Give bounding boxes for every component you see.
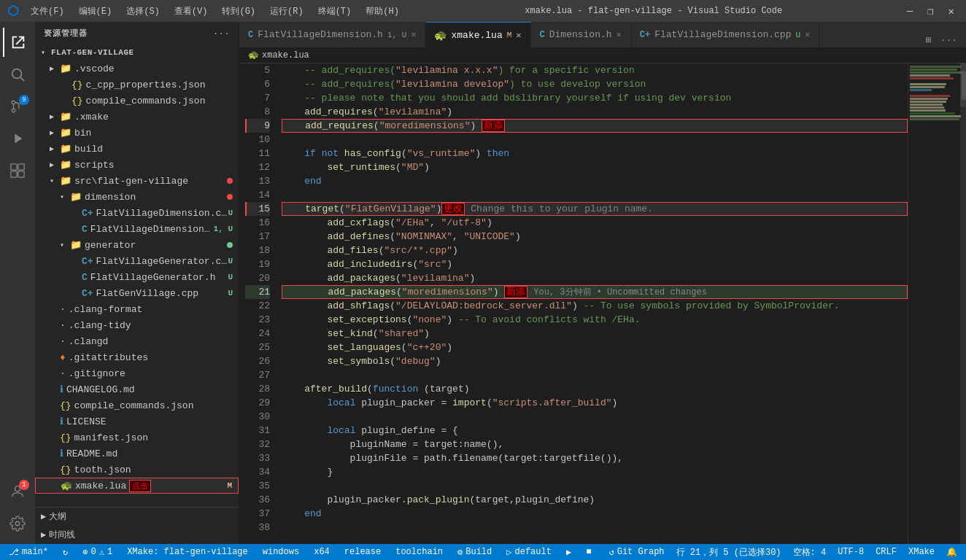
sidebar-item-cpp-props[interactable]: ▶ {} c_cpp_properties.json	[35, 77, 239, 93]
menu-run[interactable]: 运行(R)	[264, 2, 309, 20]
status-language[interactable]: XMake	[905, 547, 938, 557]
status-stop[interactable]: ■	[583, 547, 594, 557]
sidebar-item-scripts[interactable]: ▶ 📁 scripts	[35, 157, 239, 173]
fvg-h-label: FlatVillageGenerator.h	[90, 272, 216, 283]
tab3-close[interactable]: ✕	[617, 29, 622, 40]
branch-icon: ⎇	[9, 547, 19, 558]
sidebar-item-changelog[interactable]: ▶ ℹ CHANGELOG.md	[35, 381, 239, 397]
status-branch[interactable]: ⎇ main*	[6, 547, 51, 558]
tab-split-icon[interactable]: ⊞	[923, 33, 935, 47]
activity-accounts[interactable]: 1	[3, 477, 32, 506]
status-build[interactable]: ⚙ Build	[455, 547, 495, 558]
code-content[interactable]: -- add_requires("levilamina x.x.x") for …	[276, 63, 908, 544]
status-cursor[interactable]: 行 21，列 5 (已选择30)	[673, 546, 784, 559]
sidebar-item-compile-root[interactable]: ▶ {} compile_commands.json	[35, 397, 239, 413]
sidebar-item-src[interactable]: ▾ 📁 src\flat-gen-village	[35, 173, 239, 189]
xmake-lua-icon: 🐢	[61, 480, 72, 491]
sidebar-item-fvd-h[interactable]: ▶ C FlatVillageDimension.h 1, U	[35, 221, 239, 237]
rm-icon: ℹ	[60, 448, 63, 459]
status-encoding[interactable]: UTF-8	[835, 547, 867, 557]
status-sync[interactable]: ↻	[60, 547, 71, 558]
sidebar-item-fgv-cpp[interactable]: ▶ C+ FlatGenVillage.cpp U	[35, 285, 239, 301]
activity-git[interactable]: 9	[3, 92, 32, 121]
status-arch[interactable]: x64	[311, 547, 333, 557]
status-run[interactable]: ▶	[563, 547, 574, 558]
status-line-ending[interactable]: CRLF	[873, 547, 900, 557]
activity-search[interactable]	[3, 60, 32, 89]
sidebar-item-dimension[interactable]: ▾ 📁 dimension	[35, 189, 239, 205]
activity-explorer[interactable]	[3, 28, 32, 57]
menu-help[interactable]: 帮助(H)	[360, 2, 405, 20]
status-os[interactable]: windows	[260, 547, 302, 557]
sidebar-item-clangd[interactable]: ▶ · .clangd	[35, 333, 239, 349]
tab4-close[interactable]: ✕	[805, 29, 810, 40]
sidebar-item-bin[interactable]: ▶ 📁 bin	[35, 125, 239, 141]
activity-run[interactable]	[3, 124, 32, 153]
status-build-default[interactable]: ▷ default	[503, 547, 555, 558]
sidebar-item-manifest[interactable]: ▶ {} manifest.json	[35, 429, 239, 446]
code-line-35	[282, 479, 908, 493]
activity-extensions[interactable]	[3, 156, 32, 185]
tab-fvd-cpp[interactable]: C+ FlatVillageDimension.cpp U ✕	[631, 22, 819, 47]
minimize-button[interactable]: —	[903, 4, 917, 18]
xmake-folder-label: .xmake	[74, 112, 109, 122]
timeline-section[interactable]: ▶ 时间线	[35, 526, 239, 544]
ln-34: 34	[245, 465, 270, 479]
sidebar-item-fvd-cpp[interactable]: ▶ C+ FlatVillageDimension.cpp U	[35, 205, 239, 221]
sidebar-item-clang-format[interactable]: ▶ · .clang-format	[35, 301, 239, 317]
menu-terminal[interactable]: 终端(T)	[312, 2, 358, 20]
status-git-graph[interactable]: ↺ Git Graph	[606, 547, 667, 558]
activity-settings[interactable]	[3, 509, 32, 538]
tab-more-icon[interactable]: ···	[938, 34, 960, 47]
clangd-label: .clangd	[69, 336, 109, 347]
close-button[interactable]: ✕	[944, 4, 959, 19]
gi-icon: ·	[60, 368, 66, 379]
sidebar-menu-icon[interactable]: ···	[213, 29, 230, 38]
line26-text: set_symbols("debug")	[282, 354, 441, 368]
tree-root[interactable]: ▾ FLAT-GEN-VILLAGE	[35, 44, 239, 61]
build-default-label: default	[515, 547, 552, 557]
sidebar-item-license[interactable]: ▶ ℹ LICENSE	[35, 413, 239, 429]
tab2-icon: 🐢	[434, 29, 447, 42]
code-line-22: add_shflags("/DELAYLOAD:bedrock_server.d…	[282, 299, 908, 313]
sidebar-item-readme[interactable]: ▶ ℹ README.md	[35, 446, 239, 462]
menu-edit[interactable]: 编辑(E)	[73, 2, 118, 20]
ln-31: 31	[245, 424, 270, 438]
tab1-close[interactable]: ✕	[411, 29, 416, 40]
tab-fvd-h[interactable]: C FlatVillageDimension.h 1, U ✕	[239, 22, 425, 47]
sidebar-item-clang-tidy[interactable]: ▶ · .clang-tidy	[35, 317, 239, 333]
menu-select[interactable]: 选择(S)	[120, 2, 166, 20]
fvg-cpp-label: FlatVillageGenerator.cpp	[96, 256, 228, 267]
sidebar-item-xmake-folder[interactable]: ▶ 📁 .xmake	[35, 109, 239, 125]
status-toolchain[interactable]: toolchain	[393, 547, 446, 557]
menu-goto[interactable]: 转到(G)	[216, 2, 261, 20]
code-line-6: -- add_requires("levilamina develop") to…	[282, 77, 908, 91]
sidebar-item-fvg-h[interactable]: ▶ C FlatVillageGenerator.h U	[35, 269, 239, 285]
outline-section[interactable]: ▶ 大纲	[35, 508, 239, 526]
sidebar-item-fvg-cpp[interactable]: ▶ C+ FlatVillageGenerator.cpp U	[35, 253, 239, 269]
sidebar-item-compile-commands[interactable]: ▶ {} compile_commands.json	[35, 93, 239, 109]
sidebar-item-generator[interactable]: ▾ 📁 generator	[35, 237, 239, 253]
minimap[interactable]	[908, 63, 966, 544]
status-spaces[interactable]: 空格: 4	[790, 546, 830, 559]
sidebar-item-vscode[interactable]: ▶ 📁 .vscode	[35, 61, 239, 77]
status-notifications[interactable]: 🔔	[943, 547, 960, 558]
tab2-close[interactable]: ✕	[516, 30, 521, 41]
menu-view[interactable]: 查看(V)	[169, 2, 214, 20]
status-errors[interactable]: ⊗ 0 ⚠ 1	[80, 547, 115, 558]
sidebar-item-gitattributes[interactable]: ▶ ♦ .gitattributes	[35, 349, 239, 365]
code-line-7: -- please note that you should add bdsli…	[282, 91, 908, 105]
maximize-button[interactable]: ❐	[923, 4, 938, 19]
code-line-36: plugin_packer.pack_plugin(target,plugin_…	[282, 493, 908, 507]
sidebar-item-tooth[interactable]: ▶ {} tooth.json	[35, 462, 239, 478]
breadcrumb-file: xmake.lua	[262, 50, 309, 61]
sidebar-item-xmake-lua[interactable]: ▶ 🐢 xmake.lua 点击 M	[35, 478, 239, 494]
status-mode[interactable]: release	[341, 547, 384, 557]
status-xmake[interactable]: XMake: flat-gen-village	[124, 547, 251, 557]
menu-file[interactable]: 文件(F)	[25, 2, 70, 20]
sidebar-item-gitignore[interactable]: ▶ · .gitignore	[35, 365, 239, 381]
sidebar-item-build[interactable]: ▶ 📁 build	[35, 141, 239, 157]
tooth-label: tooth.json	[74, 464, 131, 475]
tab-xmake-lua[interactable]: 🐢 xmake.lua M ✕	[425, 22, 530, 47]
tab-dimension-h[interactable]: C Dimension.h ✕	[531, 22, 631, 47]
